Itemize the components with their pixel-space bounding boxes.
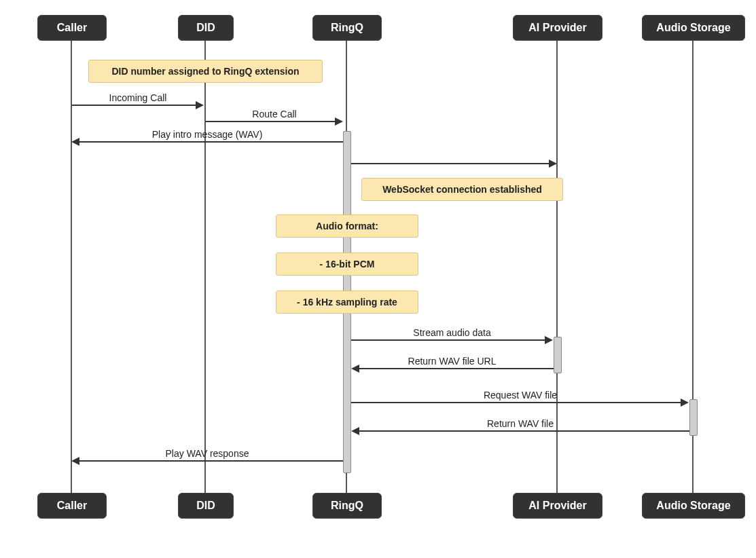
participant-label: AI Provider xyxy=(528,500,586,511)
participant-caller-bottom: Caller xyxy=(37,493,107,519)
msg-return-wav-arrow xyxy=(359,430,689,432)
participant-label: Audio Storage xyxy=(656,22,730,33)
msg-request-wav-label: Request WAV file xyxy=(351,390,689,401)
participant-did-top: DID xyxy=(178,15,234,41)
msg-return-wav-label: Return WAV file xyxy=(351,418,689,429)
label-text: Stream audio data xyxy=(413,327,490,338)
note-text: DID number assigned to RingQ extension xyxy=(111,66,299,77)
msg-play-intro-label: Play intro message (WAV) xyxy=(71,129,343,140)
participant-label: RingQ xyxy=(331,500,363,511)
participant-caller-top: Caller xyxy=(37,15,107,41)
msg-ws-connect-arrow xyxy=(351,163,550,164)
arrow-head-icon xyxy=(71,457,79,465)
arrow-head-icon xyxy=(351,427,359,435)
note-text: - 16-bit PCM xyxy=(320,259,375,269)
participant-label: AI Provider xyxy=(528,22,586,33)
participant-audio-storage-top: Audio Storage xyxy=(642,15,745,41)
note-text: Audio format: xyxy=(316,221,378,231)
arrow-head-icon xyxy=(545,336,553,344)
label-text: Request WAV file xyxy=(484,390,557,401)
msg-stream-audio-arrow xyxy=(351,339,546,341)
participant-label: DID xyxy=(196,22,215,33)
participant-ai-provider-bottom: AI Provider xyxy=(513,493,602,519)
participant-ringq-bottom: RingQ xyxy=(312,493,382,519)
msg-route-call-label: Route Call xyxy=(205,109,344,119)
arrow-head-icon xyxy=(681,398,689,407)
label-text: Play WAV response xyxy=(166,448,249,459)
participant-audio-storage-bottom: Audio Storage xyxy=(642,493,745,519)
participant-label: Caller xyxy=(57,500,87,511)
msg-request-wav-arrow xyxy=(351,402,682,403)
note-ws-established: WebSocket connection established xyxy=(361,178,563,201)
note-sampling: - 16 kHz sampling rate xyxy=(276,291,418,314)
note-pcm: - 16-bit PCM xyxy=(276,253,418,276)
note-text: WebSocket connection established xyxy=(382,184,542,195)
label-text: Return WAV file xyxy=(487,418,554,429)
note-did-assigned: DID number assigned to RingQ extension xyxy=(88,60,323,83)
lifeline-caller xyxy=(71,39,72,493)
label-text: Incoming Call xyxy=(109,92,167,103)
msg-play-wav-response-label: Play WAV response xyxy=(71,448,343,459)
participant-label: Audio Storage xyxy=(656,500,730,511)
participant-did-bottom: DID xyxy=(178,493,234,519)
arrow-head-icon xyxy=(335,117,343,126)
arrow-head-icon xyxy=(549,160,557,168)
arrow-head-icon xyxy=(351,365,359,373)
msg-incoming-call-label: Incoming Call xyxy=(71,92,204,103)
lifeline-did xyxy=(204,39,206,493)
msg-route-call-arrow xyxy=(206,121,336,122)
note-text: - 16 kHz sampling rate xyxy=(297,297,397,308)
msg-return-wav-url-arrow xyxy=(359,368,554,369)
activation-ai-provider xyxy=(554,337,562,373)
msg-play-wav-response-arrow xyxy=(79,460,343,462)
activation-audio-storage xyxy=(689,399,698,436)
label-text: Play intro message (WAV) xyxy=(152,129,263,140)
msg-stream-audio-label: Stream audio data xyxy=(351,327,553,338)
sequence-diagram: Caller DID RingQ AI Provider Audio Stora… xyxy=(0,0,756,558)
msg-play-intro-arrow xyxy=(79,141,343,143)
participant-label: RingQ xyxy=(331,22,363,33)
participant-ai-provider-top: AI Provider xyxy=(513,15,602,41)
msg-return-wav-url-label: Return WAV file URL xyxy=(351,356,553,367)
participant-ringq-top: RingQ xyxy=(312,15,382,41)
participant-label: DID xyxy=(196,500,215,511)
label-text: Route Call xyxy=(252,109,296,119)
msg-incoming-call-arrow xyxy=(72,105,197,106)
arrow-head-icon xyxy=(71,138,79,146)
arrow-head-icon xyxy=(196,101,204,109)
label-text: Return WAV file URL xyxy=(408,356,497,367)
note-audio-format: Audio format: xyxy=(276,215,418,238)
participant-label: Caller xyxy=(57,22,87,33)
